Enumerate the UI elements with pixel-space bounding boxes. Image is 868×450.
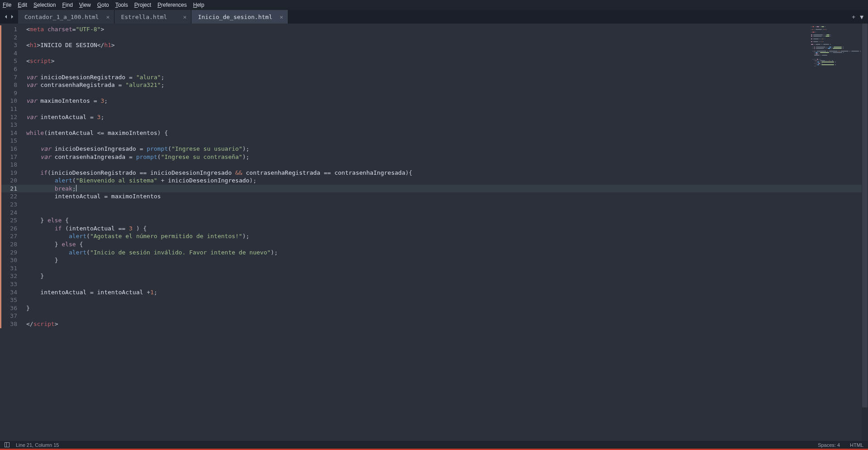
code-line[interactable] <box>24 121 868 129</box>
code-line[interactable]: <script> <box>24 57 868 65</box>
menu-tools[interactable]: Tools <box>115 2 128 8</box>
line-number[interactable]: 24 <box>0 209 24 217</box>
code-line[interactable]: break; <box>24 185 868 193</box>
nav-next-icon[interactable] <box>10 14 14 20</box>
code-line[interactable]: if(inicioDesesionRegistrado == inicioDes… <box>24 169 868 177</box>
line-number[interactable]: 1 <box>0 25 24 34</box>
menu-edit[interactable]: Edit <box>18 2 27 8</box>
menu-project[interactable]: Project <box>134 2 151 8</box>
code-line[interactable]: var maximoIntentos = 3; <box>24 97 868 105</box>
code-line[interactable]: } else { <box>24 216 868 225</box>
line-number[interactable]: 27 <box>0 232 24 240</box>
code-line[interactable]: alert("Inicio de sesión inválido. Favor … <box>24 249 868 257</box>
line-number[interactable]: 9 <box>0 89 24 97</box>
code-line[interactable]: } <box>24 256 868 264</box>
code-line[interactable]: intentoActual = intentoActual +1; <box>24 288 868 297</box>
line-number[interactable]: 22 <box>0 192 24 201</box>
menu-find[interactable]: Find <box>62 2 72 8</box>
line-number[interactable]: 12 <box>0 113 24 121</box>
menu-preferences[interactable]: Preferences <box>157 2 187 8</box>
line-number[interactable]: 3 <box>0 41 24 49</box>
line-number[interactable]: 14 <box>0 129 24 137</box>
cursor-position[interactable]: Line 21, Column 15 <box>16 442 59 448</box>
code-line[interactable] <box>24 49 868 57</box>
code-line[interactable]: var inicioDesesionIngresado = prompt("In… <box>24 145 868 153</box>
line-number[interactable]: 35 <box>0 296 24 304</box>
code-line[interactable]: while(intentoActual <= maximoIntentos) { <box>24 129 868 137</box>
code-line[interactable] <box>24 312 868 320</box>
menu-selection[interactable]: Selection <box>33 2 56 8</box>
line-number[interactable]: 2 <box>0 34 24 42</box>
line-number[interactable]: 38 <box>0 320 24 328</box>
new-tab-button[interactable]: + <box>852 14 855 20</box>
line-number[interactable]: 37 <box>0 312 24 320</box>
vertical-scrollbar[interactable] <box>862 24 868 441</box>
line-number[interactable]: 4 <box>0 49 24 57</box>
code-line[interactable] <box>24 209 868 217</box>
code-line[interactable] <box>24 65 868 73</box>
code-line[interactable]: alert("Bienvenido al sistema" + inicioDe… <box>24 177 868 185</box>
line-number[interactable]: 8 <box>0 81 24 89</box>
code-line[interactable] <box>24 34 868 42</box>
tab[interactable]: Inicio_de_sesion.html× <box>191 10 288 24</box>
line-number[interactable]: 28 <box>0 240 24 249</box>
tab-nav-arrows[interactable] <box>0 10 18 24</box>
tab-close-icon[interactable]: × <box>106 14 110 20</box>
code-line[interactable] <box>24 201 868 209</box>
code-line[interactable] <box>24 161 868 169</box>
menu-goto[interactable]: Goto <box>97 2 109 8</box>
line-number[interactable]: 23 <box>0 201 24 209</box>
code-line[interactable] <box>24 264 868 273</box>
tab-close-icon[interactable]: × <box>183 14 187 20</box>
minimap[interactable] <box>811 26 861 67</box>
code-line[interactable]: <h1>INICIO DE SESION</h1> <box>24 41 868 49</box>
line-number[interactable]: 29 <box>0 249 24 257</box>
code-line[interactable]: } <box>24 304 868 312</box>
menu-file[interactable]: File <box>3 2 11 8</box>
line-number[interactable]: 33 <box>0 280 24 288</box>
code-line[interactable] <box>24 280 868 288</box>
line-number[interactable]: 17 <box>0 153 24 161</box>
menu-view[interactable]: View <box>79 2 91 8</box>
line-number[interactable]: 26 <box>0 225 24 233</box>
line-number[interactable]: 21 <box>0 185 24 193</box>
code-line[interactable]: if (intentoActual == 3 ) { <box>24 225 868 233</box>
code-line[interactable] <box>24 105 868 113</box>
line-number[interactable]: 31 <box>0 264 24 273</box>
code-line[interactable] <box>24 89 868 97</box>
line-number[interactable]: 32 <box>0 272 24 280</box>
line-number[interactable]: 30 <box>0 256 24 264</box>
menu-help[interactable]: Help <box>193 2 205 8</box>
line-number[interactable]: 20 <box>0 177 24 185</box>
line-number[interactable]: 34 <box>0 288 24 297</box>
code-line[interactable]: } <box>24 272 868 280</box>
code-area[interactable]: <meta charset="UTF-8"><h1>INICIO DE SESI… <box>24 24 868 441</box>
line-number[interactable]: 16 <box>0 145 24 153</box>
line-number[interactable]: 36 <box>0 304 24 312</box>
tab-dropdown-icon[interactable]: ▼ <box>860 14 863 20</box>
tab[interactable]: Contador_1_a_100.html× <box>18 10 114 24</box>
nav-prev-icon[interactable] <box>4 14 8 20</box>
code-line[interactable]: intentoActual = maximoIntentos <box>24 192 868 201</box>
line-number[interactable]: 18 <box>0 161 24 169</box>
line-number[interactable]: 5 <box>0 57 24 65</box>
panel-toggle-icon[interactable] <box>5 442 10 447</box>
line-number[interactable]: 6 <box>0 65 24 73</box>
editor[interactable]: 1234567891011121314151617181920212223242… <box>0 24 868 441</box>
code-line[interactable]: </script> <box>24 320 868 328</box>
line-number[interactable]: 7 <box>0 73 24 81</box>
tab[interactable]: Estrella.html× <box>114 10 191 24</box>
code-line[interactable]: var contrasenhaRegistrada = "alura321"; <box>24 81 868 89</box>
line-number[interactable]: 19 <box>0 169 24 177</box>
line-number[interactable]: 10 <box>0 97 24 105</box>
code-line[interactable]: <meta charset="UTF-8"> <box>24 25 868 34</box>
code-line[interactable]: alert("Agotaste el número permitido de i… <box>24 232 868 240</box>
code-line[interactable] <box>24 137 868 145</box>
line-number[interactable]: 11 <box>0 105 24 113</box>
indentation-status[interactable]: Spaces: 4 <box>818 442 840 448</box>
code-line[interactable] <box>24 296 868 304</box>
line-number[interactable]: 13 <box>0 121 24 129</box>
line-number[interactable]: 15 <box>0 137 24 145</box>
code-line[interactable]: var contrasenhaIngresada = prompt("Ingre… <box>24 153 868 161</box>
tab-close-icon[interactable]: × <box>280 14 283 20</box>
